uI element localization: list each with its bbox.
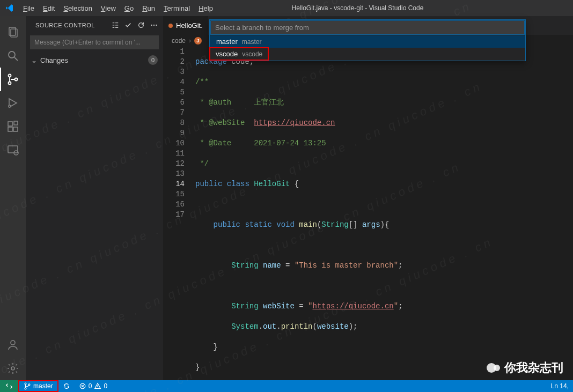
brand-text: 你我杂志刊 [504, 360, 563, 376]
svg-rect-10 [13, 127, 18, 131]
code-content[interactable]: package code; /** * @auth 上官江北 * @webSit… [193, 47, 573, 380]
svg-point-2 [9, 51, 15, 58]
branch-item-master[interactable]: master master [210, 35, 525, 48]
tab-hellogit[interactable]: HelloGit. [163, 16, 208, 35]
menu-bar: File Edit Selection View Go Run Terminal… [19, 2, 217, 14]
tab-label: HelloGit. [176, 21, 203, 29]
warning-icon [94, 382, 101, 390]
branch-list: master master vscode vscode [210, 35, 525, 61]
refresh-icon[interactable] [135, 19, 147, 31]
branch-name: master [33, 382, 53, 390]
error-icon [79, 382, 86, 390]
chevron-right-icon: › [189, 37, 191, 45]
menu-edit[interactable]: Edit [39, 2, 59, 14]
line-number-gutter: 1234567891011121314151617 [163, 47, 193, 380]
java-file-icon: J [194, 37, 202, 45]
commit-message-input[interactable] [30, 35, 159, 49]
extensions-icon[interactable] [0, 115, 26, 138]
svg-point-18 [156, 25, 157, 26]
code-editor[interactable]: 1234567891011121314151617 package code; … [163, 47, 573, 380]
status-bar: master 0 0 Ln 14, [0, 380, 573, 392]
menu-go[interactable]: Go [120, 2, 138, 14]
svg-point-21 [28, 384, 30, 386]
svg-point-14 [11, 341, 15, 345]
modified-indicator-icon [168, 24, 173, 28]
editor: HelloGit. code › J 123456789101112131415… [163, 16, 573, 380]
window-title: HelloGit.java - vscode-git - Visual Stud… [217, 4, 498, 12]
changes-count-badge: 0 [148, 55, 158, 65]
status-problems[interactable]: 0 0 [75, 380, 112, 392]
status-sync[interactable] [58, 380, 75, 392]
explorer-icon[interactable] [0, 20, 26, 44]
commit-check-icon[interactable] [122, 19, 134, 31]
sidebar-title: SOURCE CONTROL [35, 22, 109, 28]
svg-point-4 [9, 75, 11, 77]
branch-item-vscode[interactable]: vscode vscode [209, 47, 269, 61]
chevron-down-icon: ⌄ [31, 56, 37, 64]
watermark-brand: 你我杂志刊 [487, 360, 563, 376]
branch-search-input[interactable] [210, 20, 525, 35]
search-icon[interactable] [0, 44, 26, 68]
svg-rect-12 [8, 146, 18, 153]
branch-merge-quickinput: master master vscode vscode [209, 19, 526, 61]
wechat-icon [487, 363, 500, 373]
svg-point-16 [151, 25, 152, 26]
more-actions-icon[interactable] [148, 19, 160, 31]
run-debug-icon[interactable] [0, 91, 26, 115]
svg-point-19 [25, 383, 26, 384]
svg-point-5 [9, 82, 11, 85]
vscode-logo-icon [0, 4, 19, 12]
menu-terminal[interactable]: Terminal [159, 2, 194, 14]
breadcrumb-seg-code[interactable]: code [172, 37, 186, 45]
svg-point-15 [11, 367, 14, 370]
remote-explorer-icon[interactable] [0, 138, 26, 162]
menu-view[interactable]: View [97, 2, 120, 14]
menu-selection[interactable]: Selection [59, 2, 96, 14]
menu-file[interactable]: File [19, 2, 39, 14]
title-bar: File Edit Selection View Go Run Terminal… [0, 0, 573, 16]
menu-help[interactable]: Help [194, 2, 217, 14]
source-control-sidebar: SOURCE CONTROL ⌄ Changes 0 [26, 16, 163, 380]
git-branch-icon [24, 382, 31, 390]
status-branch[interactable]: master [18, 380, 58, 392]
activity-bar [0, 16, 26, 380]
source-control-icon[interactable] [0, 68, 26, 91]
svg-rect-11 [14, 121, 18, 125]
view-tree-icon[interactable] [109, 19, 121, 31]
sync-icon [63, 382, 70, 390]
status-cursor-position[interactable]: Ln 14, [547, 380, 573, 392]
svg-point-7 [9, 105, 11, 107]
svg-point-6 [15, 78, 18, 81]
changes-section[interactable]: ⌄ Changes 0 [26, 54, 163, 66]
changes-label: Changes [40, 56, 148, 64]
svg-rect-9 [8, 127, 12, 131]
svg-point-20 [25, 388, 26, 389]
menu-run[interactable]: Run [138, 2, 159, 14]
account-icon[interactable] [0, 333, 26, 357]
svg-rect-8 [8, 122, 12, 126]
remote-indicator[interactable] [0, 380, 18, 392]
settings-gear-icon[interactable] [0, 357, 26, 380]
svg-line-3 [14, 57, 18, 61]
svg-point-17 [153, 25, 155, 26]
